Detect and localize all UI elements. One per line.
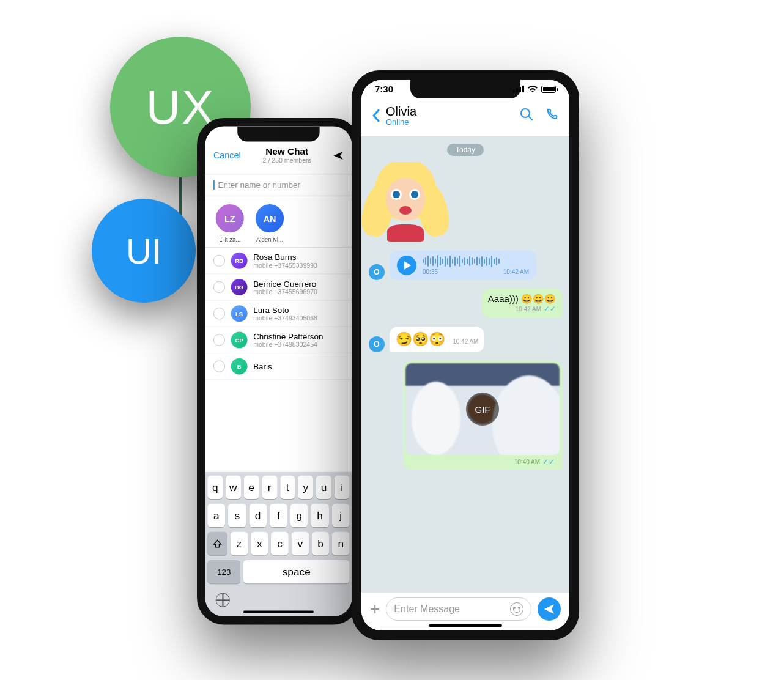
key[interactable]: z (231, 532, 248, 555)
avatar: LZ (216, 204, 244, 232)
contact-row[interactable]: LS Lura Sotomobile +37493405068 (205, 301, 352, 327)
key[interactable]: a (207, 504, 225, 527)
contact-name: Baris (253, 361, 272, 371)
message-time: 10:40 AM (514, 459, 540, 465)
waveform[interactable] (423, 255, 529, 267)
key[interactable]: j (332, 504, 350, 527)
gif-message[interactable]: GIF 10:40 AM✓✓ (403, 361, 562, 470)
contact-row[interactable]: RB Rosa Burnsmobile +37455339993 (205, 248, 352, 274)
message-time: 10:42 AM (453, 338, 478, 345)
page-title: New Chat (265, 146, 308, 156)
selected-chip[interactable]: AN Aiden Ni... (256, 204, 284, 242)
keyboard: q w e r t y u i a s d f g h j z x (205, 472, 352, 616)
play-button[interactable] (397, 256, 416, 275)
contact-row[interactable]: B Baris (205, 353, 352, 380)
read-checks-icon: ✓✓ (542, 457, 555, 466)
select-circle[interactable] (213, 255, 225, 267)
cancel-button[interactable]: Cancel (213, 150, 241, 160)
outgoing-message[interactable]: Aaaa))) 😀😀😀 10:42 AM✓✓ (482, 289, 562, 318)
search-placeholder: Enter name or number (218, 180, 300, 190)
message-row: Aaaa))) 😀😀😀 10:42 AM✓✓ (369, 289, 562, 318)
chat-title-block[interactable]: Olivia Online (386, 105, 508, 127)
key-row: a s d f g h j (207, 504, 349, 527)
call-icon[interactable] (545, 107, 560, 124)
key[interactable]: w (226, 476, 241, 499)
contact-row[interactable]: BG Bernice Guerreromobile +37455696970 (205, 274, 352, 300)
voice-message[interactable]: 00:35 10:42 AM (390, 250, 536, 280)
key[interactable]: f (270, 504, 287, 527)
number-key[interactable]: 123 (207, 560, 240, 583)
selected-chip[interactable]: LZ Lilit za... (216, 204, 244, 242)
ui-badge: UI (92, 199, 196, 303)
select-circle[interactable] (213, 308, 225, 319)
globe-icon[interactable] (216, 593, 230, 607)
date-separator: Today (369, 144, 562, 156)
sticker-message[interactable] (369, 162, 442, 242)
key[interactable]: c (271, 532, 288, 555)
message-row (369, 162, 562, 242)
key[interactable]: v (292, 532, 309, 555)
message-row: O 00:35 10:42 AM (369, 250, 562, 280)
search-input[interactable]: Enter name or number (205, 174, 352, 196)
key-row: 123 space (207, 560, 349, 583)
attach-button[interactable]: + (370, 599, 380, 619)
ui-label: UI (126, 231, 161, 272)
contact-phone: mobile +37493405068 (253, 315, 317, 322)
key-row: q w e r t y u i (207, 476, 349, 499)
message-input[interactable]: Enter Message (386, 597, 531, 621)
voice-time: 10:42 AM (503, 268, 529, 275)
home-indicator[interactable] (429, 624, 502, 627)
key[interactable]: h (311, 504, 329, 527)
shift-key[interactable] (207, 532, 227, 555)
gif-badge: GIF (466, 393, 499, 426)
send-button[interactable] (538, 597, 561, 621)
chip-name: Aiden Ni... (256, 236, 283, 243)
key[interactable]: g (290, 504, 308, 527)
selected-contacts: LZ Lilit za... AN Aiden Ni... (205, 196, 352, 248)
sender-avatar[interactable]: O (369, 264, 385, 280)
chip-name: Lilit za... (219, 236, 240, 243)
incoming-message[interactable]: 😏🥺😳 10:42 AM (390, 327, 484, 352)
message-time: 10:42 AM (516, 306, 541, 312)
key[interactable]: t (280, 476, 295, 499)
select-circle[interactable] (213, 334, 225, 346)
message-row: O 😏🥺😳 10:42 AM (369, 327, 562, 352)
back-button[interactable] (371, 108, 381, 123)
contact-row[interactable]: CP Christine Pattersonmobile +3749830245… (205, 327, 352, 353)
send-plane-icon[interactable] (333, 150, 344, 160)
message-emoji: 😀😀😀 (521, 294, 556, 304)
key[interactable]: r (262, 476, 277, 499)
select-circle[interactable] (213, 281, 225, 293)
contact-phone: mobile +37455696970 (253, 288, 317, 295)
key[interactable]: d (249, 504, 267, 527)
key[interactable]: n (332, 532, 349, 555)
home-indicator[interactable] (243, 610, 314, 613)
search-icon[interactable] (519, 107, 534, 124)
notch (237, 126, 319, 141)
wifi-icon (527, 85, 538, 93)
key[interactable]: u (316, 476, 331, 499)
contact-phone: mobile +37498302454 (253, 341, 323, 349)
phone-new-chat: Cancel New Chat 2 / 250 members Enter na… (197, 118, 360, 624)
key[interactable]: b (312, 532, 329, 555)
space-key[interactable]: space (243, 560, 350, 583)
presence-status: Online (386, 117, 508, 127)
message-row: GIF 10:40 AM✓✓ (369, 361, 562, 470)
input-placeholder: Enter Message (394, 604, 460, 615)
key[interactable]: x (251, 532, 268, 555)
key[interactable]: q (207, 476, 223, 499)
select-circle[interactable] (213, 361, 225, 372)
chat-title: Olivia (386, 105, 508, 119)
contact-name: Christine Patterson (253, 331, 323, 341)
key[interactable]: y (298, 476, 313, 499)
emoji-icon[interactable] (510, 602, 523, 616)
sender-avatar[interactable]: O (369, 336, 385, 352)
key[interactable]: i (335, 476, 350, 499)
voice-duration: 00:35 (423, 268, 438, 275)
new-chat-title-block: New Chat 2 / 250 members (263, 146, 311, 164)
key[interactable]: s (228, 504, 246, 527)
cellular-icon (513, 86, 524, 92)
clock: 7:30 (375, 84, 393, 94)
chat-body[interactable]: Today O 00:35 10:42 AM (361, 136, 569, 593)
key[interactable]: e (244, 476, 259, 499)
